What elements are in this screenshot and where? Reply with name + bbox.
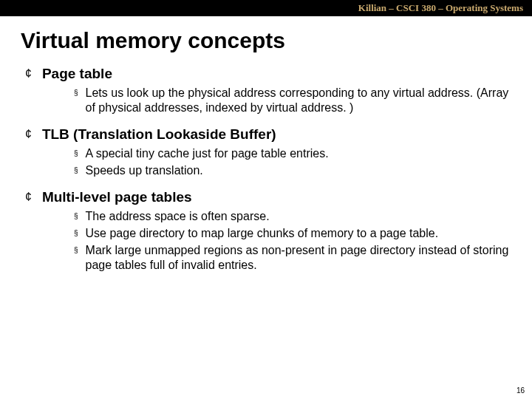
item-label: Multi-level page tables [42,188,192,206]
sub-item-text: Mark large unmapped regions as non-prese… [86,243,510,273]
item-label: TLB (Translation Lookaside Buffer) [42,126,276,143]
sub-item-text: Lets us look up the physical address cor… [86,86,510,115]
sub-item-text: The address space is often sparse. [86,209,270,224]
bullet-ring-icon: ¢ [25,65,32,83]
item-label: Page table [42,65,112,83]
page-number: 16 [516,386,525,395]
bullet-ring-icon: ¢ [25,126,32,143]
sublist: § Lets us look up the physical address c… [25,86,510,115]
sub-item: § Lets us look up the physical address c… [74,86,510,115]
sub-item: § A special tiny cache just for page tab… [74,146,510,161]
bullet-square-icon: § [74,86,78,100]
sub-item: § Speeds up translation. [74,163,510,178]
list-item: ¢ Multi-level page tables [25,188,510,206]
bullet-square-icon: § [74,226,78,241]
sublist: § The address space is often sparse. § U… [25,209,510,273]
sub-item-text: Speeds up translation. [86,163,203,178]
sub-item-text: A special tiny cache just for page table… [86,146,329,161]
course-header: Killian – CSCI 380 – Operating Systems [0,0,532,16]
bullet-square-icon: § [74,163,78,178]
sub-item-text: Use page directory to map large chunks o… [86,226,439,241]
slide-content: ¢ Page table § Lets us look up the physi… [0,65,532,273]
sub-item: § The address space is often sparse. [74,209,510,224]
sub-item: § Use page directory to map large chunks… [74,226,510,241]
sublist: § A special tiny cache just for page tab… [25,146,510,178]
list-item: ¢ TLB (Translation Lookaside Buffer) [25,126,510,143]
bullet-square-icon: § [74,209,78,224]
sub-item: § Mark large unmapped regions as non-pre… [74,243,510,273]
slide-title: Virtual memory concepts [0,16,532,65]
bullet-square-icon: § [74,146,78,161]
list-item: ¢ Page table [25,65,510,83]
bullet-square-icon: § [74,243,78,258]
bullet-ring-icon: ¢ [25,188,32,206]
